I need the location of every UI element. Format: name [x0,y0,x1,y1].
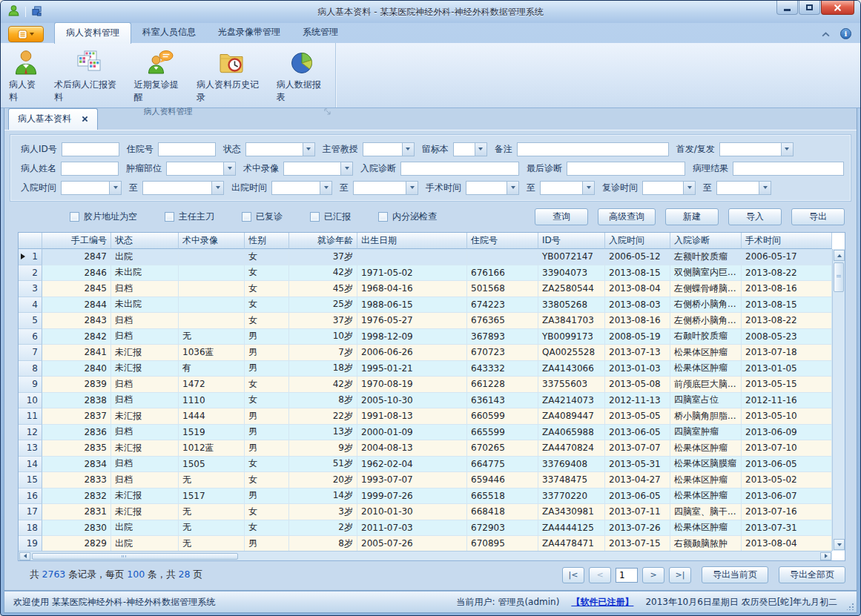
table-row[interactable]: 152833归档无女20岁1993-07-0765944633748475201… [19,472,832,489]
filter-input[interactable] [517,142,669,156]
filter-input[interactable] [158,142,216,156]
scroll-up-icon[interactable] [834,250,845,261]
table-row[interactable]: 132835未汇报1012蓝男9岁2004-08-13670265ZA44708… [19,440,832,457]
vertical-scroll-thumb[interactable] [834,262,844,292]
first-page-button[interactable]: |< [562,567,584,583]
column-header[interactable]: 就诊年龄 [289,233,357,249]
dialog-launcher-icon[interactable] [323,107,332,116]
column-header[interactable]: 入院诊断 [670,233,742,249]
chevron-down-icon[interactable] [109,182,121,194]
scroll-down-icon[interactable] [834,539,845,550]
table-row[interactable]: 192829出院无男8岁2005-07-26670895ZA4478471201… [19,536,832,552]
column-header[interactable]: 手术时间 [742,233,832,249]
column-header[interactable]: 状态 [111,233,179,249]
chevron-down-icon[interactable] [475,143,486,156]
export-button[interactable]: 导出 [791,208,845,225]
column-header[interactable]: 手工编号 [42,233,111,249]
import-button[interactable]: 导入 [728,208,782,225]
column-header[interactable]: 性别 [245,233,289,249]
ribbon-tab[interactable]: 光盘录像带管理 [207,22,291,43]
table-row[interactable]: 102838归档1110女8岁2005-10-30636143ZA4214073… [19,393,832,409]
chevron-down-icon[interactable] [402,143,414,156]
ribbon-tab[interactable]: 系统管理 [291,22,349,43]
vertical-scrollbar[interactable] [832,249,845,551]
filter-checkbox[interactable]: 胶片地址为空 [70,211,137,223]
maximize-icon[interactable] [799,1,820,15]
last-page-button[interactable]: >| [669,567,691,583]
table-row[interactable]: 52843归档女37岁1976-05-27676365ZA38417032013… [19,313,832,329]
table-row[interactable]: 12847出院女37岁YB00721472006-05-12左额叶胶质瘤2006… [19,249,832,265]
export-current-page-button[interactable]: 导出当前页 [702,566,768,583]
minimize-icon[interactable] [776,1,798,15]
chevron-down-icon[interactable] [223,162,235,175]
table-row[interactable]: 142834归档1505女51岁1962-02-0466477533769408… [19,457,832,473]
filter-input[interactable] [567,162,685,176]
ribbon-button[interactable]: 近期复诊提醒 [129,45,191,105]
filter-combo[interactable] [453,142,487,156]
collapse-ribbon-icon[interactable] [822,29,830,39]
ribbon-tab[interactable]: 科室人员信息 [131,22,207,43]
table-row[interactable]: 172831未汇报无女3岁2010-01-30668418ZA343098120… [19,504,832,520]
filter-input[interactable] [62,142,119,156]
column-header[interactable] [19,233,42,249]
filter-input[interactable] [733,162,844,176]
page-number-input[interactable] [616,568,638,583]
horizontal-scrollbar[interactable] [19,551,832,560]
query-button[interactable]: 查询 [535,208,588,225]
ribbon-tab[interactable]: 病人资料管理 [54,22,131,44]
filter-combo[interactable] [363,142,415,156]
filter-combo[interactable] [540,181,595,195]
filter-combo[interactable] [271,181,332,195]
software-registered-link[interactable]: 【软件已注册】 [571,596,633,609]
ribbon-button[interactable]: 病人资料历史记录 [191,45,271,105]
chevron-down-icon[interactable] [340,162,352,175]
table-row[interactable]: 162832未汇报1517男14岁1999-07-266655183377022… [19,489,832,505]
table-row[interactable]: 42844未出院女25岁1988-06-15674223338052682013… [19,297,832,314]
filter-input[interactable] [61,162,119,176]
chevron-down-icon[interactable] [320,182,331,194]
chevron-down-icon[interactable] [406,182,418,194]
filter-checkbox[interactable]: 内分泌检查 [378,211,437,223]
column-header[interactable]: 住院号 [467,233,538,249]
table-row[interactable]: 72841未汇报1036蓝男7岁2006-06-26670723QA002552… [19,345,832,361]
chevron-down-icon[interactable] [781,143,793,156]
filter-combo[interactable] [283,162,353,176]
filter-combo[interactable] [166,162,236,176]
chevron-down-icon[interactable] [507,182,518,194]
filter-combo[interactable] [466,181,519,195]
filter-combo[interactable] [716,181,771,195]
ribbon-button[interactable]: 病人数据报表 [271,45,334,105]
cascade-windows-icon[interactable] [31,5,42,19]
filter-combo[interactable] [642,181,696,195]
table-row[interactable]: 92839归档1472女42岁1970-08-19661228337556032… [19,377,832,393]
chevron-down-icon[interactable] [582,182,594,194]
filter-checkbox[interactable]: 主任主刀 [165,211,214,223]
new-button[interactable]: 新建 [665,208,719,225]
filter-combo[interactable] [353,181,418,195]
filter-combo[interactable] [142,181,224,195]
filter-combo[interactable] [61,181,122,195]
table-row[interactable]: 82840未汇报有男18岁1995-01-21643332ZA414306620… [19,361,832,377]
horizontal-scroll-thumb[interactable] [32,553,238,560]
advanced-query-button[interactable]: 高级查询 [598,208,656,225]
export-all-pages-button[interactable]: 导出全部页 [779,566,845,583]
resize-grip-icon[interactable] [847,603,854,610]
table-row[interactable]: 182830出院无女2岁2011-07-03672903ZA4444125201… [19,520,832,537]
column-header[interactable]: 出生日期 [357,233,467,249]
ribbon-button[interactable]: 术后病人汇报资料 [49,45,129,105]
app-menu-button[interactable] [8,26,44,42]
chevron-down-icon[interactable] [759,182,771,194]
chevron-down-icon[interactable] [211,182,223,194]
scroll-right-icon[interactable] [820,552,831,560]
chevron-down-icon[interactable] [303,143,314,156]
filter-combo[interactable] [719,142,794,156]
ribbon-button[interactable]: 病人资料 [4,45,49,105]
table-row[interactable]: 62842归档无男10岁1998-12-09367893YB0099173200… [19,329,832,345]
scroll-left-icon[interactable] [19,552,30,560]
table-row[interactable]: 32845归档女45岁1968-04-16501568ZA25805442013… [19,281,832,297]
table-row[interactable]: 112837未汇报1444男22岁1991-08-13660599ZA40894… [19,408,832,425]
filter-checkbox[interactable]: 已汇报 [310,211,351,223]
column-header[interactable]: 术中录像 [179,233,245,249]
column-header[interactable]: 入院时间 [605,233,670,249]
filter-checkbox[interactable]: 已复诊 [242,211,283,223]
